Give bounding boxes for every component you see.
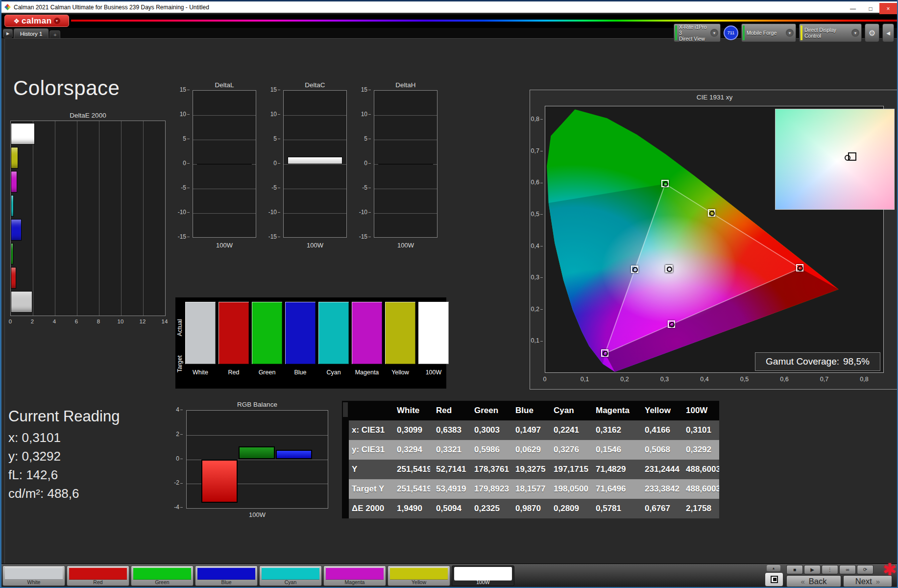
cie-1931-panel: CIE 1931 xy: [530, 90, 898, 390]
deltae-x-tick: 10: [116, 318, 125, 324]
deltae-x-tick: 12: [138, 318, 147, 324]
calman-app-icon: [4, 4, 11, 10]
rgb-balance-gridline: [187, 435, 328, 436]
meter-dropdown[interactable]: X-Rite i1Pro 3Direct View ▼: [674, 24, 721, 42]
table-cell: 488,6003: [680, 479, 719, 499]
deltae-x-tick: 8: [94, 318, 103, 324]
table-cell: 19,3275: [510, 460, 548, 479]
pattern-window-toggle-button[interactable]: [765, 572, 783, 587]
tab-scroll-button[interactable]: ▶: [3, 29, 13, 38]
delta-chart-gridline: [284, 140, 346, 140]
current-reading-line: cd/m²: 488,6: [8, 486, 79, 501]
delta-chart-y-tick: -15: [172, 233, 190, 240]
table-header-cell: Magenta: [590, 401, 639, 420]
next-button[interactable]: Next »: [843, 575, 892, 587]
table-row: Y251,541952,7141178,376119,3275197,17157…: [349, 460, 719, 479]
single-read-button[interactable]: ⋮: [822, 565, 838, 574]
deltae-bar-red: [11, 267, 16, 289]
play-button[interactable]: ▶: [804, 565, 821, 574]
source-dropdown[interactable]: Mobile Forge ▼: [741, 24, 796, 42]
tab-history-1[interactable]: History 1: [14, 28, 49, 38]
table-cell: 233,3842: [639, 479, 680, 499]
delta-chart-x-label: 100W: [193, 242, 256, 249]
stop-button[interactable]: ■: [786, 565, 803, 574]
pattern-button-magenta[interactable]: Magenta: [323, 565, 386, 586]
maximize-button[interactable]: □: [862, 3, 879, 14]
table-row: y: CIE310,32940,33210,59860,06290,32760,…: [349, 440, 719, 460]
cie-point-cyan: [631, 266, 638, 273]
collapse-panel-button[interactable]: ◀: [882, 24, 894, 42]
deltae-bar-magenta: [11, 171, 17, 193]
swatch-white: White: [185, 302, 216, 376]
swatch-color-block: [318, 302, 349, 364]
delta-chart-y-tick: 0: [263, 160, 280, 167]
minimize-button[interactable]: —: [844, 3, 862, 14]
rgb-balance-bar-green: [239, 446, 275, 460]
close-button[interactable]: ×: [879, 3, 897, 14]
cie-x-tick: 0,1: [578, 376, 592, 383]
cie-point-yellow: [708, 209, 715, 217]
delta-lch-charts: DeltaL151050-5-10-15100WDeltaC151050-5-1…: [174, 78, 448, 255]
table-strip-handle[interactable]: [343, 402, 348, 417]
cie-x-tick: 0: [537, 376, 552, 383]
cie-point-green: [661, 180, 669, 187]
deltae-bar-white: [11, 291, 32, 313]
expand-up-button[interactable]: ▲: [767, 565, 780, 571]
delta-chart-gridline: [374, 189, 437, 189]
pattern-swatch: [454, 567, 512, 581]
continuous-read-button[interactable]: ∞: [839, 565, 856, 574]
gamut-coverage-label: Gamut Coverage:: [766, 356, 839, 367]
delta-chart-y-tick: -5: [353, 184, 371, 191]
delta-chart-gridline: [374, 140, 437, 140]
table-row-label: Target Y: [349, 479, 391, 499]
current-reading-line: fL: 142,6: [8, 467, 58, 483]
pattern-swatch: [197, 567, 255, 580]
delta-chart-y-tick: 15: [353, 86, 371, 93]
delta-chart-plot-deltah: [374, 90, 437, 238]
pattern-button-100w[interactable]: 100W: [452, 565, 514, 586]
table-cell: 197,1715: [548, 460, 590, 479]
table-cell: 53,4919: [430, 479, 468, 499]
delta-chart-gridline: [193, 213, 256, 214]
pattern-button-green[interactable]: Green: [131, 565, 194, 586]
swatch-color-block: [185, 302, 216, 364]
rgb-balance-bar-blue: [276, 450, 312, 460]
table-header-cell: [349, 401, 391, 420]
gear-icon[interactable]: ⚙: [865, 24, 879, 42]
deltae-bar-cyan: [11, 195, 14, 217]
display-control-dropdown[interactable]: Direct Display Control ▼: [799, 24, 862, 42]
rgb-balance-y-tick: -2: [166, 479, 183, 486]
cie-y-tick: 0,6: [528, 179, 543, 186]
pattern-swatch: [390, 567, 448, 580]
back-button[interactable]: « Back: [786, 575, 841, 587]
swatch-label: Green: [252, 369, 282, 376]
table-cell: 178,3761: [468, 460, 510, 479]
deltae-chart-title: DeltaE 2000: [10, 112, 166, 119]
add-tab-button[interactable]: +: [49, 30, 60, 38]
pattern-button-red[interactable]: Red: [67, 565, 129, 586]
current-reading-line: y: 0,3292: [8, 449, 61, 464]
table-cell: 52,7141: [430, 460, 468, 479]
sync-button[interactable]: ⟳: [857, 565, 874, 574]
table-header-cell: 100W: [680, 401, 719, 420]
delta-chart-title: DeltaH: [364, 81, 447, 89]
pattern-button-blue[interactable]: Blue: [195, 565, 258, 586]
pattern-button-yellow[interactable]: Yellow: [388, 565, 450, 586]
table-cell: 0,1546: [590, 440, 639, 460]
pattern-button-cyan[interactable]: Cyan: [259, 565, 322, 586]
meter-profile-badge[interactable]: 711: [724, 25, 738, 40]
pattern-button-label: Yellow: [388, 579, 450, 585]
rgb-balance-title: RGB Balance: [186, 401, 328, 408]
delta-chart-title: DeltaL: [183, 81, 266, 89]
deltae-bar-blue: [11, 219, 22, 241]
swatch-label: Cyan: [318, 369, 349, 376]
pattern-button-white[interactable]: White: [2, 565, 65, 586]
chevron-down-icon[interactable]: ▼: [54, 18, 60, 24]
cie-point-blue: [601, 349, 608, 357]
table-cell: 488,6003: [680, 460, 719, 479]
swatch-color-block: [385, 302, 415, 364]
meter-status-accent: [675, 25, 677, 40]
chevron-down-icon: ▼: [710, 29, 718, 37]
table-left-strip: [342, 401, 349, 518]
calman-menu-button[interactable]: ❖ calman ▼: [4, 15, 69, 27]
